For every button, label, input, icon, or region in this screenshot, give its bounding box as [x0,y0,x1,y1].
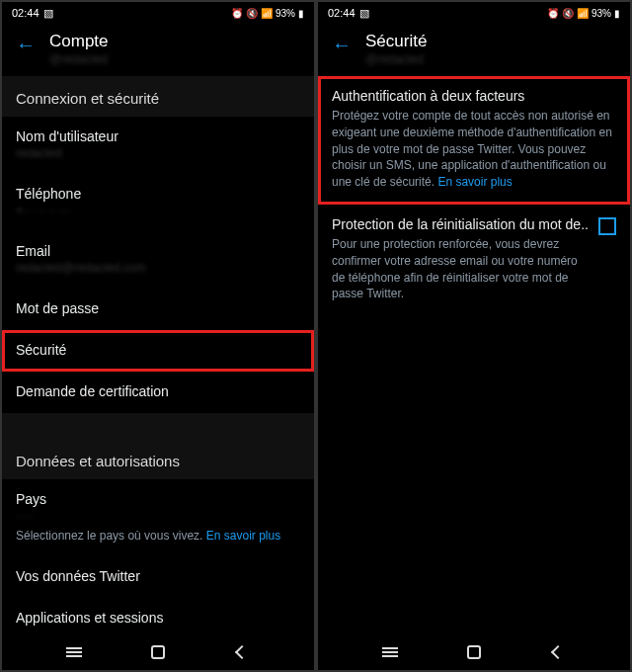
status-bar: 02:44 ▧ ⏰ 🔇 📶 93% ▮ [318,2,630,24]
learn-more-link[interactable]: En savoir plus [437,175,512,189]
setting-password-reset-protect[interactable]: Protection de la réinitialisation du mot… [318,205,630,316]
section-connection-security: Connexion et sécurité [2,76,314,117]
learn-more-link[interactable]: En savoir plus [206,529,280,543]
phone-right: 02:44 ▧ ⏰ 🔇 📶 93% ▮ ← Sécurité @redacted… [318,2,630,670]
two-factor-desc: Protégez votre compte de tout accès non … [332,108,616,191]
phone-left: 02:44 ▧ ⏰ 🔇 📶 93% ▮ ← Compte @redacted C… [2,2,314,670]
setting-username[interactable]: Nom d'utilisateur redacted [2,117,314,174]
password-reset-checkbox[interactable] [598,217,616,235]
gallery-icon: ▧ [43,7,53,20]
alarm-icon: ⏰ [231,8,243,19]
status-time: 02:44 [328,7,356,19]
nav-bar [318,634,630,670]
setting-your-data[interactable]: Vos données Twitter [2,556,314,598]
content: Connexion et sécurité Nom d'utilisateur … [2,76,314,634]
battery-icon: ▮ [614,8,620,19]
mute-icon: 🔇 [562,8,574,19]
setting-apps-sessions[interactable]: Applications et sessions [2,598,314,634]
content: Authentification à deux facteurs Protége… [318,76,630,634]
battery-text: 93% [276,8,295,19]
setting-two-factor[interactable]: Authentification à deux facteurs Protége… [318,76,630,205]
nav-recents[interactable] [375,640,405,664]
battery-icon: ▮ [298,8,304,19]
setting-country[interactable]: Pays ····· Sélectionnez le pays où vous … [2,479,314,556]
setting-email[interactable]: Email redacted@redacted.com [2,231,314,289]
nav-back[interactable] [227,640,257,664]
nav-home[interactable] [143,640,173,664]
setting-verification[interactable]: Demande de certification [2,372,314,413]
status-time: 02:44 [12,7,40,19]
divider [2,413,314,439]
back-button[interactable]: ← [332,34,352,56]
setting-security[interactable]: Sécurité [2,330,314,372]
gallery-icon: ▧ [359,7,369,20]
back-button[interactable]: ← [16,34,36,56]
alarm-icon: ⏰ [547,8,559,19]
nav-recents[interactable] [59,640,89,664]
mute-icon: 🔇 [246,8,258,19]
page-title: Compte [49,32,109,51]
header: ← Compte @redacted [2,24,314,76]
section-data-permissions: Données et autorisations [2,439,314,479]
nav-home[interactable] [459,640,489,664]
page-title: Sécurité [365,32,427,51]
page-subtitle: @redacted [365,52,427,66]
wifi-icon: 📶 [577,8,589,19]
nav-back[interactable] [543,640,573,664]
battery-text: 93% [592,8,611,19]
header: ← Sécurité @redacted [318,24,630,76]
setting-phone[interactable]: Téléphone +·· · ·· ·· ···· [2,174,314,231]
setting-password[interactable]: Mot de passe [2,289,314,330]
page-subtitle: @redacted [49,52,109,66]
wifi-icon: 📶 [261,8,273,19]
status-bar: 02:44 ▧ ⏰ 🔇 📶 93% ▮ [2,2,314,24]
country-hint: Sélectionnez le pays où vous vivez. En s… [16,529,300,543]
nav-bar [2,634,314,670]
